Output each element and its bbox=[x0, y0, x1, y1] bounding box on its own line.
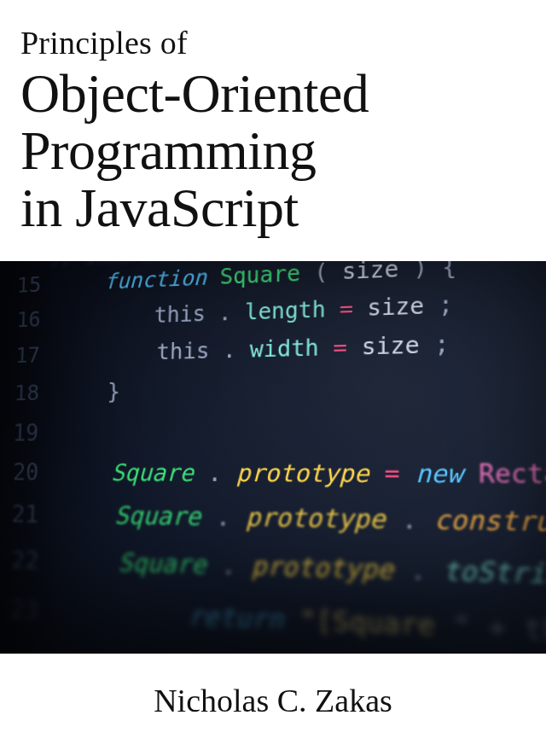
property-constructor: constructor bbox=[434, 504, 546, 538]
code-line-21: 21 Square . prototype . constructor = Sq… bbox=[0, 500, 546, 542]
code-screenshot: // inherits from Rectangle 15 function S… bbox=[0, 261, 546, 654]
keyword-return: return bbox=[188, 601, 284, 636]
identifier: size bbox=[362, 331, 420, 359]
code-line-16: 16 this . length = size ; bbox=[7, 291, 453, 331]
dot: . bbox=[218, 299, 232, 325]
line-number: 17 bbox=[5, 342, 51, 368]
code-line-20: 20 Square . prototype = new Rectangle ()… bbox=[0, 459, 546, 490]
code-scene: // inherits from Rectangle 15 function S… bbox=[0, 261, 546, 654]
keyword-this: this bbox=[156, 337, 209, 363]
author-name: Nicholas C. Zakas bbox=[154, 682, 392, 719]
dot: . bbox=[215, 503, 230, 532]
identifier: size bbox=[367, 293, 424, 321]
code-line-18: 18 } bbox=[3, 378, 120, 405]
class-name: Square bbox=[114, 501, 201, 531]
property: length bbox=[245, 296, 326, 324]
semicolon: ; bbox=[434, 330, 450, 358]
line-number: 21 bbox=[0, 500, 51, 528]
author-block: Nicholas C. Zakas bbox=[0, 654, 546, 756]
class-name: Square bbox=[111, 459, 195, 486]
keyword-function: function bbox=[104, 264, 207, 294]
class-name: Square bbox=[118, 548, 206, 579]
dot: . bbox=[410, 554, 426, 585]
line-number: 19 bbox=[2, 419, 50, 445]
line-number: 22 bbox=[0, 545, 52, 575]
semicolon: ; bbox=[439, 291, 453, 317]
property-prototype: prototype bbox=[251, 550, 393, 584]
keyword-this: this bbox=[154, 300, 206, 327]
dot: . bbox=[221, 550, 236, 580]
paren-open: ( bbox=[314, 261, 328, 286]
title-block: Principles of Object-Oriented Programmin… bbox=[0, 0, 546, 246]
code-tail: " + this.length + … bbox=[453, 610, 546, 654]
line-number: 15 bbox=[8, 271, 51, 298]
title-line-2: Programming bbox=[20, 120, 316, 181]
brace: { bbox=[442, 261, 456, 281]
main-title: Object-Oriented Programming in JavaScrip… bbox=[20, 65, 526, 237]
class-name: Rectangle bbox=[479, 459, 546, 489]
property-prototype: prototype bbox=[236, 459, 369, 487]
title-line-1: Object-Oriented bbox=[20, 63, 369, 124]
code-line-17: 17 this . width = size ; bbox=[5, 330, 450, 367]
line-number: 18 bbox=[3, 380, 50, 405]
property-tostring: toString bbox=[443, 555, 546, 590]
equals: = bbox=[340, 294, 368, 321]
line-number bbox=[9, 265, 51, 267]
keyword-new: new bbox=[415, 459, 462, 488]
line-number: 20 bbox=[0, 459, 50, 486]
pretitle: Principles of bbox=[20, 24, 526, 61]
equals: = bbox=[333, 333, 362, 360]
paren-close: ) bbox=[413, 261, 427, 282]
string-literal: "[Square bbox=[299, 604, 453, 643]
property: width bbox=[250, 334, 319, 362]
param: size bbox=[342, 261, 399, 284]
title-line-3: in JavaScript bbox=[20, 177, 299, 238]
dot: . bbox=[223, 337, 236, 363]
line-number: 16 bbox=[7, 306, 52, 331]
code-line-22: 22 Square . prototype . toString = funct… bbox=[0, 545, 546, 599]
code-line-23: 23 return "[Square " + this.length + … bbox=[0, 594, 546, 653]
class-name: Square bbox=[219, 261, 300, 289]
property-prototype: prototype bbox=[245, 503, 385, 534]
equals: = bbox=[385, 459, 415, 488]
dot: . bbox=[401, 504, 417, 535]
brace: } bbox=[107, 378, 120, 404]
dot: . bbox=[207, 459, 222, 486]
code-line-19: 19 bbox=[2, 419, 50, 445]
book-cover: Principles of Object-Oriented Programmin… bbox=[0, 0, 546, 756]
line-number: 23 bbox=[0, 594, 53, 625]
